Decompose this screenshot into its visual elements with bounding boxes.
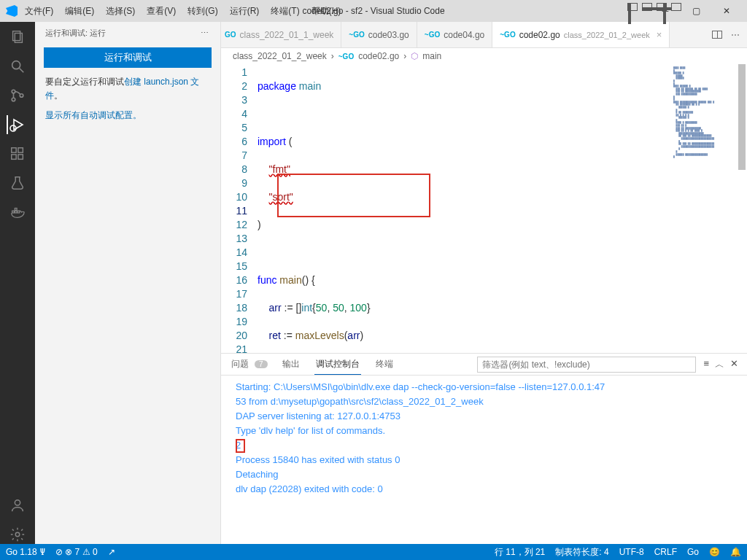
panel-right-icon[interactable]: [657, 3, 667, 11]
menu-file[interactable]: 文件(F): [20, 2, 58, 20]
svg-rect-17: [15, 209, 17, 211]
status-indent[interactable]: 制表符长度: 4: [555, 546, 608, 559]
tab-more-icon[interactable]: ⋯: [731, 30, 740, 40]
console-line: Starting: C:\Users\MSI\go\bin\dlv.exe da…: [236, 380, 737, 394]
sidebar-hint: 要自定义运行和调试创建 launch.json 文件。: [35, 75, 220, 109]
search-icon[interactable]: [8, 57, 27, 76]
menu-run[interactable]: 运行(R): [225, 2, 264, 20]
svg-rect-1: [15, 34, 22, 43]
vertical-scrollbar[interactable]: [738, 64, 747, 353]
tab-code02-active[interactable]: ~GO code02.go class_2022_01_2_week ×: [492, 22, 670, 47]
explorer-icon[interactable]: [8, 28, 27, 47]
panel-bottom-icon[interactable]: [642, 3, 652, 11]
svg-point-2: [12, 61, 20, 69]
panel-tab-terminal[interactable]: 终端: [374, 354, 395, 374]
status-feedback-icon[interactable]: 😊: [709, 547, 720, 557]
sidebar-more-icon[interactable]: ⋯: [201, 28, 210, 38]
go-file-icon: ~GO: [500, 31, 515, 39]
tab-close-icon[interactable]: ×: [654, 29, 662, 40]
svg-rect-0: [13, 31, 20, 41]
status-encoding[interactable]: UTF-8: [619, 547, 644, 557]
problems-count-badge: 7: [255, 360, 268, 368]
tab-label: code02.go: [519, 30, 560, 40]
console-line: Process 15840 has exited with status 0: [236, 453, 737, 467]
filter-input[interactable]: [477, 357, 696, 373]
menu-view[interactable]: 查看(V): [142, 2, 180, 20]
extensions-icon[interactable]: [8, 144, 27, 163]
settings-icon[interactable]: [8, 525, 27, 544]
breadcrumb-symbol[interactable]: main: [422, 51, 441, 61]
svg-point-8: [10, 125, 16, 131]
svg-point-4: [12, 90, 15, 93]
debug-console[interactable]: Starting: C:\Users\MSI\go\bin\dlv.exe da…: [221, 376, 747, 544]
menu-select[interactable]: 选择(S): [101, 2, 139, 20]
layout-grid-icon[interactable]: [671, 3, 681, 11]
symbol-icon: ⬡: [411, 51, 418, 61]
svg-line-3: [20, 69, 24, 73]
status-eol[interactable]: CRLF: [654, 547, 677, 557]
panel-tab-debug-console[interactable]: 调试控制台: [314, 354, 361, 375]
testing-icon[interactable]: [8, 174, 27, 192]
breadcrumb-folder[interactable]: class_2022_01_2_week: [233, 51, 327, 61]
console-output: 2: [236, 438, 737, 453]
svg-rect-15: [15, 211, 17, 213]
run-debug-icon[interactable]: [7, 115, 27, 134]
activity-bar: [0, 22, 35, 544]
svg-point-19: [15, 532, 20, 537]
tab-sublabel: class_2022_01_2_week: [564, 31, 650, 39]
split-editor-icon[interactable]: [712, 31, 722, 39]
breadcrumb[interactable]: class_2022_01_2_week› ~GO code02.go› ⬡ m…: [221, 48, 747, 64]
code-content[interactable]: package main import ( "fmt" "sort" ) fun…: [258, 64, 671, 353]
window-title: code02.go - sf2 - Visual Studio Code: [302, 6, 444, 16]
status-go-version[interactable]: Go 1.18 Ψ: [6, 547, 45, 557]
tab-label: class_2022_01_1_week: [240, 30, 334, 40]
vscode-logo-icon: [6, 5, 18, 17]
sidebar-title: 运行和调试: 运行: [45, 28, 106, 39]
status-bar: Go 1.18 Ψ ⊘ ⊗ 7 ⚠ 0 ↗ 行 11，列 21 制表符长度: 4…: [0, 544, 747, 560]
close-panel-icon[interactable]: ✕: [730, 358, 738, 371]
go-file-icon: ~GO: [338, 52, 354, 61]
menu-terminal[interactable]: 终端(T): [266, 2, 303, 20]
menu-goto[interactable]: 转到(G): [183, 2, 222, 20]
console-line: Type 'dlv help' for list of commands.: [236, 424, 737, 438]
panel-left-icon[interactable]: [627, 3, 638, 11]
menu-edit[interactable]: 编辑(E): [61, 2, 98, 20]
console-line: dlv dap (22028) exited with code: 0: [236, 482, 737, 497]
tab-code04[interactable]: ~GO code04.go: [417, 22, 492, 47]
panel-tab-problems[interactable]: 问题: [230, 354, 250, 374]
svg-point-5: [12, 98, 15, 101]
status-share-icon[interactable]: ↗: [108, 547, 115, 557]
code-editor[interactable]: 123 456 789 101112 131415 161718 192021 …: [221, 64, 671, 353]
editor-tabs: GO class_2022_01_1_week ~GO code03.go ~G…: [221, 22, 747, 48]
svg-rect-12: [18, 148, 23, 152]
maximize-button[interactable]: ▢: [681, 1, 711, 21]
status-cursor-pos[interactable]: 行 11，列 21: [495, 546, 545, 559]
svg-rect-9: [12, 148, 16, 152]
clear-console-icon[interactable]: ≡: [703, 358, 709, 371]
scm-icon[interactable]: [8, 86, 27, 105]
status-bell-icon[interactable]: 🔔: [730, 547, 741, 557]
status-diagnostics[interactable]: ⊘ ⊗ 7 ⚠ 0: [55, 547, 98, 557]
breadcrumb-file[interactable]: code02.go: [358, 51, 399, 61]
panel-tab-output[interactable]: 输出: [281, 354, 301, 374]
svg-point-18: [15, 500, 20, 505]
svg-rect-16: [18, 211, 20, 213]
close-button[interactable]: ✕: [712, 1, 741, 21]
highlight-box: [236, 439, 245, 453]
console-line: 53 from d:\mysetup\gopath\src\sf2\class_…: [236, 394, 737, 409]
line-gutter: 123 456 789 101112 131415 161718 192021: [221, 64, 258, 353]
chevron-up-icon[interactable]: ︿: [715, 358, 724, 371]
go-file-icon: ~GO: [349, 31, 364, 39]
docker-icon[interactable]: [8, 203, 27, 222]
scrollbar-thumb[interactable]: [738, 64, 746, 170]
svg-rect-10: [12, 155, 16, 159]
tab-cropped[interactable]: GO class_2022_01_1_week: [221, 22, 341, 47]
account-icon[interactable]: [8, 496, 27, 515]
show-auto-configs-link[interactable]: 显示所有自动调试配置。: [45, 110, 142, 120]
run-debug-button[interactable]: 运行和调试: [44, 47, 212, 68]
svg-marker-7: [14, 120, 23, 130]
tab-code03[interactable]: ~GO code03.go: [341, 22, 417, 47]
minimap[interactable]: ████ ████ █ ██████ █ █████ ██████ █ █ ██…: [671, 64, 738, 353]
status-language[interactable]: Go: [687, 547, 699, 557]
svg-rect-14: [12, 211, 15, 213]
